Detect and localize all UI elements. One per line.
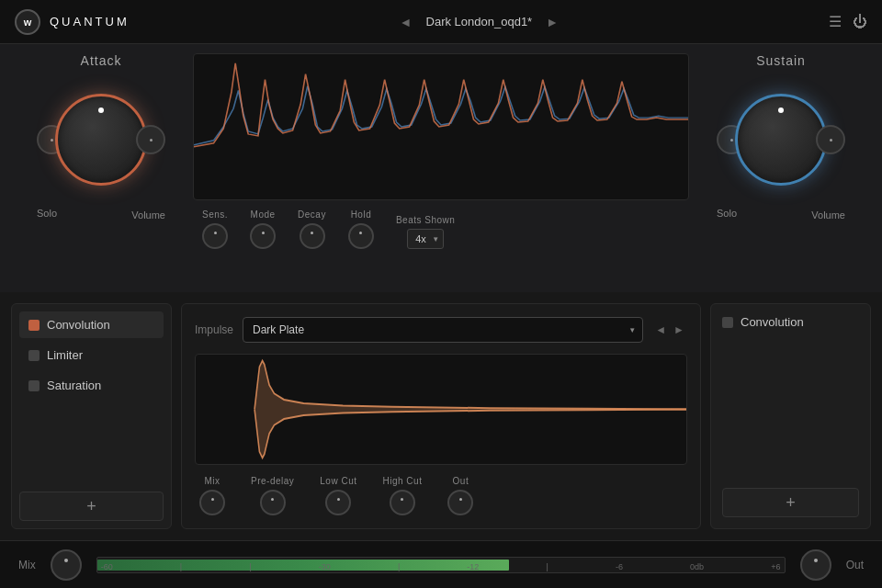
right-convolution-label: Convolution [741,315,804,329]
conv-highcut-control: High Cut [383,476,423,515]
sens-label: Sens. [202,209,228,220]
mixer-out-dot [814,559,818,562]
fx-knobs-row: Mix Pre-delay Low Cut High Cut [195,476,687,515]
sens-control: Sens. [202,209,228,249]
next-preset-button[interactable]: ► [543,13,561,31]
conv-highcut-dot [401,498,403,501]
meter-label-0db: 0db [690,562,704,571]
meter-label-neg60: -60 [101,562,113,571]
prev-preset-button[interactable]: ◄ [397,13,415,31]
app-title: QUANTUM [50,15,130,28]
right-add-button[interactable]: + [722,488,859,517]
beats-dropdown[interactable]: 4x 2x 1x 8x [407,229,444,249]
conv-predelay-dot [271,498,274,501]
meter-label-plus6: +6 [771,562,780,571]
impulse-next-button[interactable]: ► [671,322,687,338]
mode-control: Mode [250,209,276,249]
attack-labels-row: Solo Volume [37,206,165,220]
mode-knob[interactable] [250,223,276,249]
conv-out-control: Out [447,476,473,515]
fx-item-saturation[interactable]: Saturation [19,372,164,399]
sustain-knob-area [717,75,845,204]
conv-highcut-knob[interactable] [390,490,415,515]
attack-knob-dot [98,107,104,113]
attack-volume-knob[interactable] [55,94,147,186]
header-right: ☰ ⏻ [829,13,867,30]
right-convolution-indicator[interactable] [722,317,733,328]
solo-knob-dot [51,139,53,141]
mixer-out-knob[interactable] [800,549,831,581]
hold-knob[interactable] [348,223,374,249]
conv-predelay-control: Pre-delay [251,476,294,515]
sustain-volume-knob[interactable] [735,94,827,186]
impulse-prev-button[interactable]: ◄ [652,322,669,338]
limiter-label: Limiter [47,348,83,362]
meter-tick-4: | [547,562,548,571]
conv-highcut-label: High Cut [383,476,423,486]
beats-shown-label: Beats Shown [396,215,455,225]
convolution-label: Convolution [47,318,110,332]
beats-dropdown-wrap[interactable]: 4x 2x 1x 8x [407,229,444,249]
attack-panel: Attack Solo Volume [18,53,184,283]
impulse-label: Impulse [195,323,233,336]
mixer-mix-dot [64,559,68,562]
conv-lowcut-label: Low Cut [320,476,356,486]
level-meter: -60 | | -30 | -12 | -6 0db +6 [96,557,786,573]
fx-item-convolution[interactable]: Convolution [19,311,164,338]
conv-mix-knob[interactable] [199,490,225,515]
fx-add-button[interactable]: + [19,492,164,521]
conv-lowcut-dot [337,498,340,501]
menu-icon[interactable]: ☰ [829,13,842,30]
attack-title: Attack [81,53,122,68]
beats-shown-control: Beats Shown 4x 2x 1x 8x [396,215,455,249]
sustain-knob-dot [778,107,784,113]
decay-control: Decay [298,209,326,249]
logo-text: w [24,17,32,28]
conv-predelay-label: Pre-delay [251,476,294,486]
fx-item-limiter[interactable]: Limiter [19,342,164,368]
power-icon[interactable]: ⏻ [853,14,867,30]
impulse-select[interactable]: Dark Plate Bright Hall Small Room [243,317,643,343]
decay-label: Decay [298,209,326,220]
sustain-volume-label: Volume [811,209,845,220]
sustain-solo-dot [830,139,832,141]
saturation-indicator [28,380,40,391]
attack-right-dot [150,139,153,141]
sustain-labels-row: Solo Volume [717,206,845,220]
conv-out-label: Out [453,476,469,486]
fx-main-panel: Impulse Dark Plate Bright Hall Small Roo… [181,303,701,529]
header-center: ◄ Dark London_oqd1* ► [130,13,829,31]
attack-volume-label: Volume [131,209,165,220]
sens-knob[interactable] [202,223,228,249]
impulse-arrows: ◄ ► [652,322,687,338]
attack-right-knob[interactable] [136,125,165,154]
meter-tick-3: | [398,562,400,571]
conv-mix-label: Mix [204,476,220,486]
top-section: Attack Solo Volume [0,44,882,292]
conv-lowcut-knob[interactable] [325,490,351,515]
meter-tick-2: | [249,562,251,571]
impulse-row: Impulse Dark Plate Bright Hall Small Roo… [195,317,687,343]
mode-dot [262,232,265,234]
meter-label-neg6: -6 [616,562,623,571]
sustain-title: Sustain [756,53,806,68]
conv-mix-dot [211,498,214,501]
mixer-mix-knob[interactable] [51,549,82,581]
conv-lowcut-control: Low Cut [320,476,356,515]
mixer-mix-label: Mix [18,559,36,571]
meter-label-neg12: -12 [467,562,479,571]
sustain-solo-label: Solo [717,208,737,220]
conv-out-dot [459,498,462,501]
impulse-select-wrap[interactable]: Dark Plate Bright Hall Small Room [243,317,643,343]
conv-mix-control: Mix [199,476,225,515]
sustain-left-dot [730,139,733,141]
sustain-solo-knob[interactable] [816,125,845,154]
conv-predelay-knob[interactable] [260,490,286,515]
meter-tick-1: | [180,562,182,571]
center-controls-row: Sens. Mode Decay Hold [193,209,689,249]
meter-labels: -60 | | -30 | -12 | -6 0db +6 [97,562,785,571]
convolution-indicator [28,320,40,331]
conv-out-knob[interactable] [447,490,473,515]
decay-knob[interactable] [300,223,325,249]
bottom-section: Convolution Limiter Saturation + Impulse… [0,292,882,540]
